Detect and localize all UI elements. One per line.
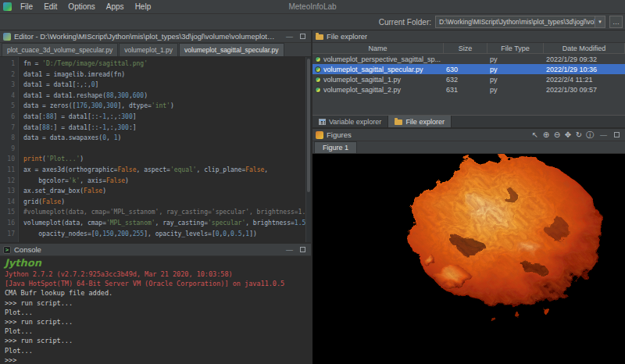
code-line: grid(False) [23, 197, 305, 208]
zoom-out-icon[interactable]: ⊖ [552, 130, 562, 140]
minimize-icon[interactable]: — [598, 130, 609, 140]
line-number: 16 [0, 218, 15, 229]
code-line: volumeplot(data, cmap='MPL_sstanom', ray… [23, 218, 305, 229]
code-editor[interactable]: fn = 'D:/Temp/image/sagittal.png'data1 =… [19, 57, 311, 242]
editor-scrollbar-thumb[interactable] [307, 59, 310, 192]
file-name-cell: volumeplot_sagittal_2.py [312, 86, 444, 94]
console-line: Jython 2.7.2 (v2.7.2:925a3cc3b49d, Mar 2… [5, 269, 306, 279]
editor-icon [3, 33, 11, 41]
file-row[interactable]: volumeplot_perspective_sagittal_sp...py2… [312, 54, 625, 64]
minimize-icon[interactable]: — [284, 31, 295, 41]
file-size-cell: 630 [444, 66, 488, 73]
file-date-cell: 2022/1/29 09:32 [544, 55, 625, 63]
code-line: ax.set_draw_box(False) [23, 186, 305, 197]
console-output[interactable]: JythonJython 2.7.2 (v2.7.2:925a3cc3b49d,… [0, 256, 311, 364]
line-number: 11 [0, 165, 15, 176]
code-line: fn = 'D:/Temp/image/sagittal.png' [23, 59, 305, 70]
menu-options[interactable]: Options [62, 2, 100, 12]
float-icon[interactable] [298, 31, 308, 41]
file-name-cell: volumeplot_perspective_sagittal_sp... [312, 55, 444, 63]
column-header[interactable]: Size [444, 43, 488, 53]
code-line: data1 = imagelib.imread(fn) [23, 70, 305, 80]
file-date-cell: 2022/1/29 10:36 [544, 66, 625, 73]
folder-icon [316, 34, 323, 40]
line-number: 7 [0, 123, 15, 134]
file-name-cell: volumeplot_sagittal_specular.py [312, 66, 444, 73]
console-line: Jython [5, 257, 306, 269]
file-date-cell: 2022/2/4 11:21 [544, 76, 625, 84]
menu-apps[interactable]: Apps [101, 2, 130, 12]
column-header[interactable]: Date Modified [544, 43, 625, 53]
tab-variable-explorer[interactable]: Variable explorer [312, 116, 388, 127]
current-folder-toolbar: Current Folder: D:\Working\MIScript\Jyth… [0, 14, 625, 30]
file-explorer-panel: File explorer NameSizeFile TypeDate Modi… [312, 30, 625, 127]
cursor-icon[interactable]: ↖ [530, 130, 541, 140]
python-file-icon [315, 77, 321, 83]
tab-file-explorer[interactable]: File explorer [388, 116, 452, 127]
menu-items: FileEditOptionsAppsHelp [15, 2, 156, 12]
code-line [23, 144, 305, 155]
file-size-cell: 632 [444, 76, 488, 84]
rotate-icon[interactable]: ↻ [573, 130, 584, 140]
menu-file[interactable]: File [15, 2, 38, 12]
editor-scrollbar[interactable] [305, 57, 311, 242]
right-column: File explorer NameSizeFile TypeDate Modi… [312, 30, 625, 364]
info-icon[interactable]: ⓘ [584, 130, 595, 140]
column-header[interactable]: Name [312, 43, 444, 53]
browse-folder-button[interactable]: … [609, 16, 623, 28]
file-type-cell: py [488, 86, 544, 94]
editor-tab[interactable]: plot_cuace_3d_volume_specular.py [2, 43, 118, 56]
line-number: 12 [0, 176, 15, 187]
console-line: >>> [5, 355, 306, 364]
tab-figure-1[interactable]: Figure 1 [314, 141, 357, 153]
code-line: print('Plot...') [23, 154, 305, 165]
file-type-cell: py [488, 55, 544, 63]
editor-tab[interactable]: volumeplot_1.py [119, 43, 178, 56]
file-explorer-title: File explorer [327, 32, 367, 41]
line-number: 1 [0, 59, 15, 70]
chevron-down-icon[interactable]: ▼ [595, 16, 605, 27]
editor-title: Editor - D:\Working\MIScript\Jython\mis\… [14, 32, 278, 41]
line-number: 8 [0, 133, 15, 144]
line-number: 10 [0, 154, 15, 165]
file-row[interactable]: volumeplot_sagittal_1.py632py2022/2/4 11… [312, 74, 625, 84]
menu-bar: FileEditOptionsAppsHelp MeteoInfoLab [0, 0, 625, 14]
grid-icon [319, 119, 326, 125]
float-icon[interactable] [612, 130, 622, 140]
console-line: >>> run script... [5, 317, 306, 327]
figures-icon [316, 131, 323, 139]
editor-gutter: 1234567891011121314151617 [0, 57, 19, 242]
code-line: #volumeplot(data, cmap='MPL_sstanom', ra… [23, 207, 305, 218]
pan-icon[interactable]: ✥ [562, 130, 573, 140]
line-number: 9 [0, 144, 15, 155]
figure-canvas[interactable] [312, 154, 625, 364]
file-table-header: NameSizeFile TypeDate Modified [312, 43, 625, 54]
file-table-body: volumeplot_perspective_sagittal_sp...py2… [312, 54, 625, 115]
line-number: 14 [0, 197, 15, 208]
current-folder-value[interactable]: D:\Working\MIScript\Jython\mis\plot_type… [436, 18, 595, 26]
console-line: [Java HotSpot(TM) 64-Bit Server VM (Orac… [5, 279, 306, 288]
editor-panel: Editor - D:\Working\MIScript\Jython\mis\… [0, 30, 311, 242]
float-icon[interactable] [298, 244, 308, 255]
console-title: Console [14, 245, 41, 254]
file-row[interactable]: volumeplot_sagittal_2.py631py2022/1/30 0… [312, 84, 625, 95]
menu-help[interactable]: Help [130, 2, 157, 12]
code-line: opacity_nodes=[0,150,200,255], opacity_l… [23, 229, 305, 240]
menu-edit[interactable]: Edit [38, 2, 62, 12]
figures-panel-header: Figures ↖⊕⊖✥↻ⓘ — [312, 129, 625, 141]
file-row[interactable]: volumeplot_sagittal_specular.py630py2022… [312, 64, 625, 74]
line-number: 15 [0, 207, 15, 218]
code-line: data1 = data1[:,:,0] [23, 80, 305, 91]
code-line: bgcolor='k', axis=False) [23, 176, 305, 187]
minimize-icon[interactable]: — [284, 244, 295, 255]
editor-tab[interactable]: volumeplot_sagittal_specular.py [179, 43, 284, 56]
column-header[interactable]: File Type [488, 43, 544, 53]
tab-label: Variable explorer [329, 118, 381, 126]
tab-label: File explorer [405, 118, 445, 126]
console-line: Plot... [5, 308, 306, 317]
current-folder-combo[interactable]: D:\Working\MIScript\Jython\mis\plot_type… [435, 16, 605, 28]
console-line: Plot... [5, 327, 306, 336]
console-line: >>> run script... [5, 298, 306, 308]
zoom-in-icon[interactable]: ⊕ [541, 130, 552, 140]
meteoinfolab-window: FileEditOptionsAppsHelp MeteoInfoLab Cur… [0, 0, 625, 364]
